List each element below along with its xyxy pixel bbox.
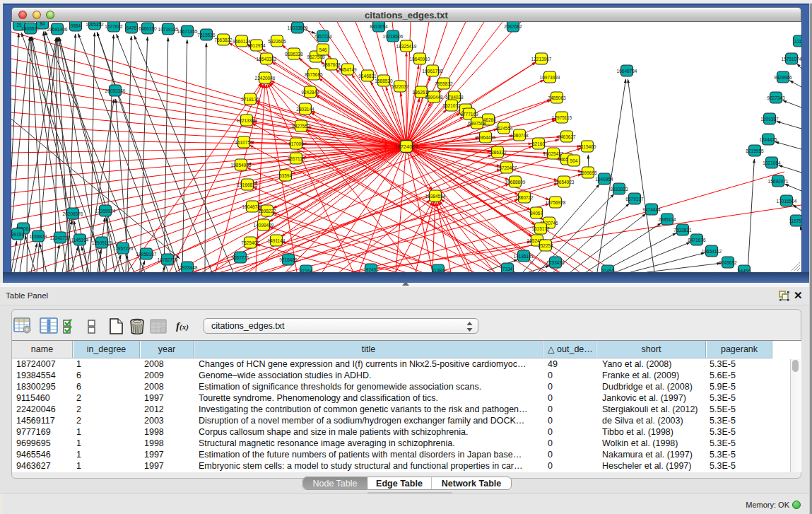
svg-text:19654923: 19654923: [554, 180, 575, 185]
svg-text:7386322: 7386322: [488, 150, 507, 155]
svg-text:97164: 97164: [300, 269, 312, 273]
svg-text:1733426: 1733426: [546, 260, 565, 265]
svg-text:11384: 11384: [432, 268, 445, 273]
svg-text:9115460: 9115460: [579, 144, 596, 149]
svg-text:6466160: 6466160: [139, 26, 157, 31]
svg-text:6476: 6476: [126, 25, 137, 30]
svg-text:7955812: 7955812: [435, 81, 453, 86]
svg-text:16648784: 16648784: [617, 69, 637, 74]
svg-text:2935114: 2935114: [659, 217, 676, 222]
svg-text:20364436: 20364436: [476, 135, 496, 140]
svg-text:84067: 84067: [530, 211, 543, 216]
svg-text:6897508: 6897508: [468, 121, 486, 126]
svg-text:22420046: 22420046: [255, 76, 276, 81]
svg-text:7625402: 7625402: [241, 240, 259, 245]
svg-text:7515526: 7515526: [197, 33, 216, 37]
svg-text:19384554: 19384554: [425, 194, 446, 199]
svg-text:9657771: 9657771: [231, 255, 249, 260]
svg-text:8912954: 8912954: [247, 43, 266, 48]
svg-text:5322605: 5322605: [268, 39, 286, 44]
svg-text:94456: 94456: [738, 269, 751, 273]
svg-text:546: 546: [319, 47, 327, 52]
svg-text:12505115: 12505115: [92, 240, 112, 245]
svg-text:2718176: 2718176: [241, 97, 259, 102]
svg-text:16543382: 16543382: [257, 57, 277, 62]
svg-text:1156829: 1156829: [30, 234, 47, 239]
svg-text:6679197: 6679197: [625, 197, 644, 201]
svg-text:12213389: 12213389: [237, 118, 257, 123]
svg-text:17016504: 17016504: [777, 199, 797, 204]
svg-text:1621072: 1621072: [442, 103, 461, 108]
svg-text:14136141: 14136141: [514, 254, 534, 259]
svg-text:16782759: 16782759: [158, 257, 178, 262]
svg-text:12975115: 12975115: [552, 115, 572, 120]
svg-text:20691406: 20691406: [47, 27, 68, 32]
svg-text:16671355: 16671355: [177, 29, 198, 34]
svg-text:15751074: 15751074: [782, 57, 801, 62]
svg-text:15692971: 15692971: [768, 179, 789, 184]
svg-text:1244415: 1244415: [759, 137, 777, 142]
svg-text:9227343: 9227343: [767, 95, 785, 100]
svg-text:10719185: 10719185: [158, 27, 179, 32]
svg-text:18640910: 18640910: [410, 57, 430, 62]
svg-text:12213967: 12213967: [531, 57, 552, 62]
svg-text:1698222: 1698222: [258, 209, 276, 214]
svg-text:252254: 252254: [538, 243, 553, 248]
svg-text:20053346: 20053346: [105, 88, 126, 93]
svg-text:2867608: 2867608: [322, 62, 341, 67]
svg-text:8933923: 8933923: [610, 187, 628, 192]
svg-text:116753: 116753: [789, 218, 801, 223]
svg-text:9884: 9884: [71, 23, 81, 28]
svg-text:19218506: 19218506: [383, 34, 404, 39]
svg-text:1610755: 1610755: [235, 140, 253, 145]
svg-text:39154: 39154: [11, 232, 24, 237]
svg-text:20206576: 20206576: [63, 211, 83, 216]
svg-text:19166825: 19166825: [237, 182, 258, 187]
svg-text:1880722: 1880722: [515, 195, 534, 200]
svg-text:917006: 917006: [288, 141, 304, 146]
svg-text:9474444: 9474444: [642, 207, 661, 212]
svg-text:9716485: 9716485: [279, 257, 298, 262]
svg-text:10958187: 10958187: [136, 252, 157, 257]
svg-text:1209387: 1209387: [760, 117, 779, 122]
svg-text:1117: 1117: [794, 39, 801, 44]
svg-text:9463627: 9463627: [558, 134, 576, 139]
svg-text:5322037: 5322037: [391, 84, 409, 89]
svg-text:18325419: 18325419: [396, 44, 417, 49]
svg-text:1527602: 1527602: [105, 24, 123, 29]
svg-text:3624554: 3624554: [495, 126, 513, 131]
svg-text:9245: 9245: [366, 267, 377, 272]
svg-text:7357224: 7357224: [314, 34, 332, 39]
svg-text:1491144: 1491144: [268, 238, 286, 243]
svg-text:1145194: 1145194: [71, 238, 89, 243]
svg-text:9699695: 9699695: [579, 170, 597, 175]
svg-text:1080748: 1080748: [510, 133, 529, 138]
svg-text:8427552: 8427552: [292, 124, 310, 129]
svg-text:1065352: 1065352: [86, 22, 104, 27]
svg-text:9329966: 9329966: [774, 75, 792, 80]
svg-text:10973493: 10973493: [540, 75, 560, 80]
svg-text:8990448: 8990448: [425, 95, 443, 100]
svg-text:16961758: 16961758: [423, 69, 443, 74]
svg-text:12923448: 12923448: [177, 265, 198, 270]
svg-text:10688609: 10688609: [505, 180, 526, 185]
svg-text:7632621: 7632621: [673, 228, 692, 233]
svg-text:1588520: 1588520: [375, 78, 393, 83]
svg-text:10654112: 10654112: [702, 249, 722, 254]
svg-text:17957223: 17957223: [113, 246, 134, 251]
svg-text:9242848: 9242848: [301, 90, 319, 95]
svg-text:53594: 53594: [279, 173, 292, 178]
svg-text:8186328: 8186328: [285, 52, 303, 57]
svg-text:18724007: 18724007: [394, 144, 418, 150]
svg-text:9245652: 9245652: [719, 260, 737, 265]
svg-text:3267110: 3267110: [288, 156, 305, 161]
svg-text:8215955: 8215955: [746, 148, 764, 153]
svg-text:15720407: 15720407: [497, 165, 517, 170]
svg-text:8454749: 8454749: [339, 67, 357, 72]
svg-text:84: 84: [40, 22, 45, 26]
svg-text:8471676: 8471676: [688, 238, 706, 243]
svg-text:9777169: 9777169: [460, 112, 478, 117]
svg-text:7334: 7334: [502, 267, 513, 271]
svg-text:1021064: 1021064: [763, 160, 781, 165]
svg-text:9146821: 9146821: [358, 74, 377, 78]
